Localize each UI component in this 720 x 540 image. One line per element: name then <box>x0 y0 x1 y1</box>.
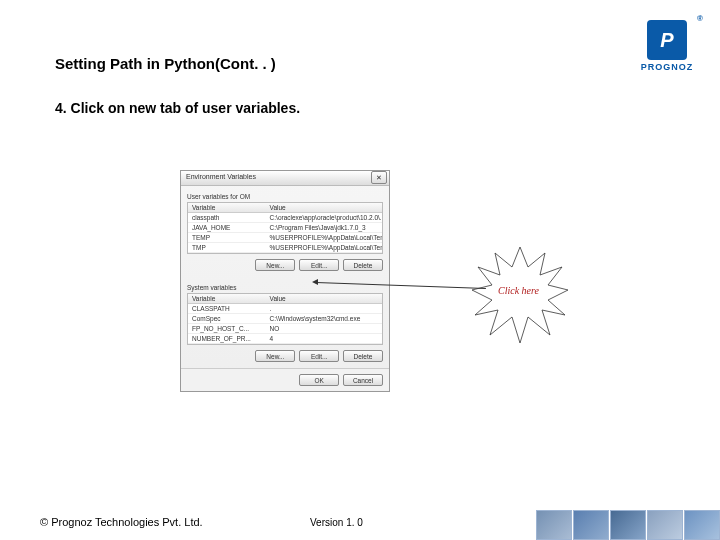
system-buttons-row: New... Edit... Delete <box>187 345 383 362</box>
version-text: Version 1. 0 <box>310 517 363 528</box>
user-variables-table: Variable Value classpathC:\oraclexe\app\… <box>187 202 383 254</box>
registered-mark-icon: ® <box>697 14 703 23</box>
callout-label: Click here <box>498 285 539 296</box>
table-row: NUMBER_OF_PR...4 <box>188 334 382 344</box>
col-header-variable: Variable <box>188 294 266 303</box>
copyright-text: © Prognoz Technologies Pvt. Ltd. <box>40 516 203 528</box>
dialog-actions: OK Cancel <box>181 368 389 391</box>
environment-variables-dialog: Environment Variables ✕ User variables f… <box>180 170 390 392</box>
col-header-value: Value <box>266 203 382 212</box>
tile-icon <box>610 510 646 540</box>
user-variables-section: User variables for OM Variable Value cla… <box>181 186 389 277</box>
table-row: FP_NO_HOST_C...NO <box>188 324 382 334</box>
tile-icon <box>684 510 720 540</box>
new-button[interactable]: New... <box>255 350 295 362</box>
edit-button[interactable]: Edit... <box>299 259 339 271</box>
table-row: TEMP%USERPROFILE%\AppData\Local\Temp <box>188 233 382 243</box>
delete-button[interactable]: Delete <box>343 259 383 271</box>
table-row: JAVA_HOMEC:\Program Files\Java\jdk1.7.0_… <box>188 223 382 233</box>
prognoz-logo: ® P PROGNOZ <box>639 20 695 72</box>
col-header-value: Value <box>266 294 382 303</box>
table-row: CLASSPATH. <box>188 304 382 314</box>
col-header-variable: Variable <box>188 203 266 212</box>
footer-tiles <box>535 510 720 540</box>
close-icon[interactable]: ✕ <box>371 171 387 184</box>
system-section-label: System variables <box>187 284 383 291</box>
dialog-title: Environment Variables <box>181 171 389 186</box>
new-button[interactable]: New... <box>255 259 295 271</box>
footer: © Prognoz Technologies Pvt. Ltd. Version… <box>0 506 720 540</box>
callout-arrow-head-icon <box>312 279 318 285</box>
callout-burst: Click here <box>470 245 570 345</box>
step-text: 4. Click on new tab of user variables. <box>55 100 300 116</box>
table-row: classpathC:\oraclexe\app\oracle\product\… <box>188 213 382 223</box>
logo-mark-icon: P <box>647 20 687 60</box>
ok-button[interactable]: OK <box>299 374 339 386</box>
table-row: ComSpecC:\Windows\system32\cmd.exe <box>188 314 382 324</box>
cancel-button[interactable]: Cancel <box>343 374 383 386</box>
tile-icon <box>647 510 683 540</box>
edit-button[interactable]: Edit... <box>299 350 339 362</box>
tile-icon <box>536 510 572 540</box>
delete-button[interactable]: Delete <box>343 350 383 362</box>
user-section-label: User variables for OM <box>187 193 383 200</box>
user-buttons-row: New... Edit... Delete <box>187 254 383 271</box>
logo-brand-text: PROGNOZ <box>639 62 695 72</box>
system-variables-section: System variables Variable Value CLASSPAT… <box>181 277 389 368</box>
slide-title: Setting Path in Python(Cont. . ) <box>55 55 276 72</box>
table-row: TMP%USERPROFILE%\AppData\Local\Temp <box>188 243 382 253</box>
system-variables-table: Variable Value CLASSPATH. ComSpecC:\Wind… <box>187 293 383 345</box>
tile-icon <box>573 510 609 540</box>
